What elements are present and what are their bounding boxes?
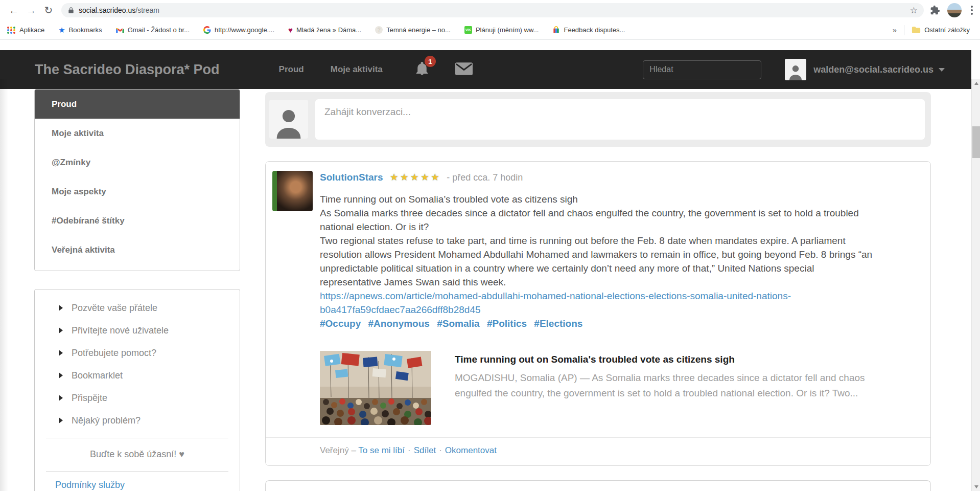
bookmark-temna-energie[interactable]: ? Temná energie – no... bbox=[375, 26, 451, 34]
site-title[interactable]: The Sacrideo Diaspora* Pod bbox=[35, 62, 220, 78]
address-bar[interactable]: social.sacrideo.us/stream ☆ bbox=[61, 3, 924, 17]
search-input[interactable] bbox=[643, 60, 761, 79]
user-avatar[interactable] bbox=[785, 59, 806, 80]
hashtag-link[interactable]: #Occupy bbox=[320, 318, 361, 329]
bookmark-star-button[interactable]: ☆ bbox=[910, 5, 918, 16]
triangle-up-icon bbox=[974, 82, 978, 85]
sidebar-item-proud[interactable]: Proud bbox=[35, 90, 240, 119]
next-post-card bbox=[265, 480, 931, 491]
star-emojis: ★★★★★ bbox=[390, 172, 441, 183]
bookmarks-separator bbox=[904, 25, 904, 35]
google-g-icon bbox=[203, 26, 211, 34]
crowd-flags-photo bbox=[320, 351, 431, 425]
gmail-icon bbox=[116, 27, 124, 33]
apps-grid-icon bbox=[7, 27, 16, 34]
hashtag-link[interactable]: #Somalia bbox=[437, 318, 479, 329]
url-path: /stream bbox=[135, 6, 159, 14]
hashtag-link[interactable]: #Anonymous bbox=[368, 318, 430, 329]
scroll-down-button[interactable] bbox=[972, 482, 980, 491]
post-timestamp[interactable]: - před cca. 7 hodin bbox=[447, 172, 523, 183]
star-icon: ★ bbox=[58, 26, 65, 35]
notification-badge: 1 bbox=[425, 56, 436, 67]
bookmark-label: http://www.google.... bbox=[215, 26, 274, 34]
post-paragraph: Time running out on Somalia’s troubled v… bbox=[320, 192, 874, 206]
bookmark-gmail[interactable]: Gmail - Žádost o br... bbox=[116, 26, 190, 34]
user-menu[interactable]: walden@social.sacrideo.us bbox=[813, 64, 934, 75]
link-preview-image[interactable] bbox=[320, 351, 431, 425]
folder-icon bbox=[912, 26, 921, 34]
bookmark-feedback[interactable]: Feedback disputes... bbox=[552, 26, 625, 34]
info-link-label: Pozvěte vaše přátele bbox=[72, 303, 157, 314]
link-report-problem[interactable]: Nějaký problém? bbox=[35, 409, 240, 432]
bookmarks-bar: Aplikace ★ Bookmarks Gmail - Žádost o br… bbox=[0, 20, 980, 40]
page-content: The Sacrideo Diaspora* Pod Proud Moje ak… bbox=[0, 40, 980, 491]
extensions-puzzle-icon[interactable] bbox=[930, 5, 940, 15]
conversations-button[interactable] bbox=[455, 62, 473, 77]
link-invite-friends[interactable]: Pozvěte vaše přátele bbox=[35, 297, 240, 319]
post-paragraph: Two regional states refuse to take part,… bbox=[320, 234, 874, 289]
link-preview-title[interactable]: Time running out on Somalia's troubled v… bbox=[455, 354, 874, 365]
toolbar-right-cluster bbox=[930, 3, 975, 17]
bookmark-planuji[interactable]: VK Plánuji (měním) ww... bbox=[464, 26, 539, 34]
navbar-link-stream[interactable]: Proud bbox=[279, 64, 304, 75]
dot-separator: · bbox=[439, 445, 442, 455]
triangle-bullet-icon bbox=[59, 350, 63, 356]
bookmark-mlada-zena[interactable]: ♥ Mladá žena » Dáma... bbox=[288, 26, 361, 34]
link-need-help[interactable]: Potřebujete pomoct? bbox=[35, 342, 240, 364]
bookmark-label: Plánuji (měním) ww... bbox=[476, 26, 539, 34]
hashtag-link[interactable]: #Politics bbox=[487, 318, 527, 329]
scrollbar-thumb[interactable] bbox=[972, 126, 980, 158]
link-bookmarklet[interactable]: Bookmarklet bbox=[35, 364, 240, 387]
divider bbox=[46, 438, 228, 438]
sidebar-item-zminky[interactable]: @Zmínky bbox=[35, 148, 240, 177]
bookmarks-overflow-chevron[interactable]: » bbox=[893, 26, 897, 34]
link-welcome-users[interactable]: Přivítejte nové uživatele bbox=[35, 319, 240, 342]
url-text: social.sacrideo.us/stream bbox=[79, 6, 159, 14]
post-author-avatar[interactable] bbox=[272, 171, 313, 211]
post-author-name[interactable]: SolutionStars bbox=[320, 172, 383, 183]
post-content: SolutionStars ★★★★★ - před cca. 7 hodin … bbox=[320, 171, 930, 425]
bookmarks-bar-right: » Ostatní záložky bbox=[893, 25, 973, 35]
info-link-label: Přispějte bbox=[72, 393, 107, 404]
publisher-input[interactable] bbox=[315, 99, 925, 140]
sidebar-item-moje-aktivita[interactable]: Moje aktivita bbox=[35, 119, 240, 148]
triangle-bullet-icon bbox=[59, 395, 63, 401]
page-scrollbar bbox=[971, 79, 980, 491]
post-url-link[interactable]: https://apnews.com/article/mohamed-abdul… bbox=[320, 289, 874, 317]
link-contribute[interactable]: Přispějte bbox=[35, 387, 240, 409]
navbar-link-activity[interactable]: Moje aktivita bbox=[331, 64, 383, 75]
post-meta: SolutionStars ★★★★★ - před cca. 7 hodin bbox=[320, 171, 874, 184]
post-body-area: SolutionStars ★★★★★ - před cca. 7 hodin … bbox=[266, 162, 930, 437]
site-navbar: The Sacrideo Diaspora* Pod Proud Moje ak… bbox=[0, 50, 971, 89]
comment-button[interactable]: Okomentovat bbox=[445, 445, 497, 455]
shopping-bag-icon bbox=[552, 26, 560, 34]
share-button[interactable]: Sdílet bbox=[414, 445, 436, 455]
back-button[interactable]: ← bbox=[5, 2, 22, 19]
vk-icon: VK bbox=[464, 26, 472, 34]
reload-button[interactable]: ↻ bbox=[40, 2, 57, 19]
bookmark-apps[interactable]: Aplikace bbox=[7, 26, 44, 34]
other-bookmarks-button[interactable]: Ostatní záložky bbox=[912, 26, 970, 34]
sidebar-item-odebirane-stitky[interactable]: #Odebírané štítky bbox=[35, 206, 240, 235]
triangle-bullet-icon bbox=[59, 327, 63, 333]
truncated-footer-link[interactable]: Podmínky služby bbox=[55, 480, 240, 490]
bookmark-bookmarks[interactable]: ★ Bookmarks bbox=[58, 26, 102, 35]
publisher-avatar bbox=[269, 100, 308, 139]
triangle-down-icon bbox=[974, 485, 978, 488]
triangle-bullet-icon bbox=[59, 417, 63, 423]
sidebar-item-verejna-aktivita[interactable]: Veřejná aktivita bbox=[35, 235, 240, 264]
bookmark-google[interactable]: http://www.google.... bbox=[203, 26, 274, 34]
pale-globe-icon: ? bbox=[375, 26, 383, 34]
forward-button[interactable]: → bbox=[22, 2, 40, 19]
dot-separator: · bbox=[408, 445, 411, 455]
like-button[interactable]: To se mi líbí bbox=[358, 445, 405, 455]
notifications-button[interactable]: 1 bbox=[414, 61, 430, 78]
browser-menu-button[interactable] bbox=[969, 4, 975, 17]
visibility-label: Veřejný bbox=[320, 445, 349, 455]
post-hashtags: #Occupy #Anonymous #Somalia #Politics #E… bbox=[320, 317, 874, 330]
scroll-up-button[interactable] bbox=[972, 79, 980, 87]
info-link-label: Potřebujete pomoct? bbox=[72, 348, 156, 359]
sidebar-item-moje-aspekty[interactable]: Moje aspekty bbox=[35, 177, 240, 206]
browser-profile-avatar[interactable] bbox=[947, 3, 962, 17]
hashtag-link[interactable]: #Elections bbox=[534, 318, 582, 329]
